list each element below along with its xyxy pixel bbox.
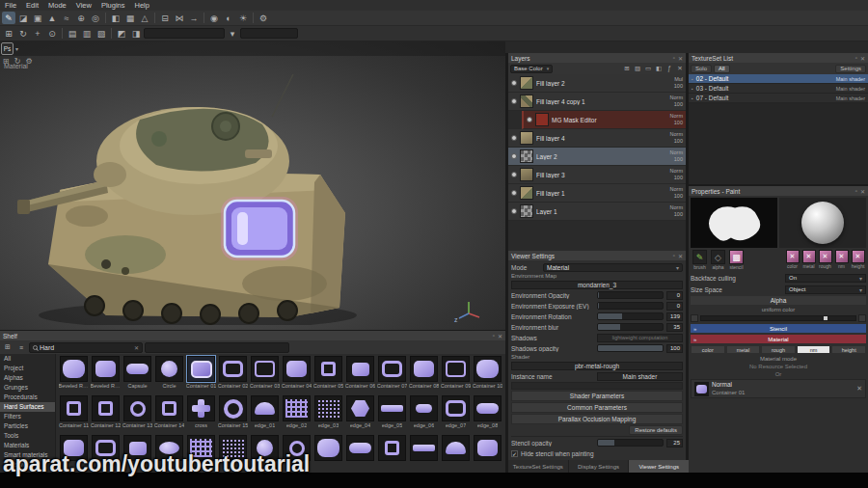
close-icon[interactable]: ✕ [860, 188, 865, 195]
shelf-search-input[interactable] [40, 344, 132, 351]
viewer-mode-select[interactable]: Material ▾ [543, 263, 683, 272]
layer-thumbnail[interactable] [520, 76, 533, 90]
toolbar-icon[interactable] [202, 12, 206, 24]
tab-display-settings[interactable]: Display Settings [569, 460, 629, 473]
dock-icon[interactable]: ▫ [855, 55, 857, 62]
setting-slider[interactable] [597, 302, 664, 310]
shelf-item[interactable]: Container 01 [185, 356, 217, 395]
layer-opacity[interactable]: 100 [674, 101, 683, 108]
snap-toggle-icon[interactable]: ▤ [66, 27, 79, 40]
alpha-section-header[interactable]: Alpha [691, 296, 866, 305]
tab-textureset-settings[interactable]: TextureSet Settings [508, 460, 568, 473]
stencil-section-header[interactable]: » Stencil [691, 324, 866, 333]
settings-section-header[interactable]: Shader Parameters [511, 391, 683, 401]
close-icon[interactable]: ✕ [498, 333, 502, 339]
shelf-item[interactable]: Container 06 [344, 356, 376, 395]
clone-tool-icon[interactable]: ⊕ [74, 12, 88, 24]
camera-icon[interactable]: ◉ [207, 12, 221, 24]
viewport-settings-icon[interactable]: ⚙ [257, 12, 270, 24]
layer-row[interactable]: Fill layer 4 Norm 100 [508, 129, 686, 148]
shelf-filter-input[interactable] [149, 344, 285, 351]
mirror-icon[interactable]: ⊟ [158, 12, 172, 24]
layer-visibility-icon[interactable] [511, 98, 517, 104]
environment-icon[interactable]: ◐ [222, 12, 235, 24]
material-channel-chip[interactable]: nm [797, 345, 831, 354]
projection-tool-icon[interactable]: ▣ [31, 12, 44, 24]
polygon-fill-tool-icon[interactable]: ▲ [45, 12, 59, 24]
material-channel-chip[interactable]: color [691, 345, 725, 354]
layer-visibility-icon[interactable] [511, 172, 517, 177]
orbit-camera-icon[interactable]: ↻ [16, 27, 30, 40]
setting-slider[interactable] [597, 291, 664, 299]
setting-value[interactable]: 0 [666, 291, 683, 300]
setting-slider[interactable] [597, 323, 664, 331]
toolbar-icon[interactable] [60, 27, 65, 40]
menu-item[interactable]: View [71, 1, 96, 10]
instance-name-value[interactable]: Main shader [597, 372, 683, 381]
environment-map-select[interactable]: mondarrien_3 [511, 281, 683, 289]
tool-toggle[interactable]: ▩ stencil [727, 250, 746, 271]
textureset-visibility-icon[interactable]: ▪ [692, 86, 693, 92]
setting-slider[interactable] [597, 312, 664, 320]
setting-value[interactable]: 35 [666, 323, 683, 332]
shelf-item[interactable] [440, 435, 472, 473]
layer-opacity[interactable]: 100 [674, 83, 683, 90]
shelf-item[interactable]: Container 03 [249, 356, 281, 395]
stencil-toggle-icon[interactable]: ◩ [115, 27, 128, 40]
clear-search-icon[interactable]: ✕ [134, 344, 139, 351]
layer-blend-mode[interactable]: Norm [670, 168, 683, 175]
toolbar-icon[interactable] [152, 12, 157, 24]
quick-mask-icon[interactable]: ◨ [129, 27, 143, 40]
smudge-tool-icon[interactable]: ≈ [60, 12, 73, 24]
shelf-item[interactable]: edge_01 [249, 395, 281, 435]
layer-opacity[interactable]: 100 [674, 175, 683, 181]
channel-select[interactable]: Base Color ▾ [510, 65, 553, 73]
shelf-item[interactable]: Beveled Rec... [90, 356, 122, 395]
tool-toggle[interactable]: ◇ alpha [709, 250, 727, 271]
toolbar-filter-input[interactable] [240, 28, 298, 39]
shelf-item[interactable]: Container 13 [122, 395, 153, 435]
shelf-item[interactable]: cross [185, 395, 217, 435]
layer-visibility-icon[interactable] [511, 153, 517, 159]
mask-icon[interactable]: ◧ [109, 12, 122, 24]
restore-defaults-button[interactable]: Restore defaults [629, 425, 683, 435]
eraser-tool-icon[interactable]: ◪ [16, 12, 30, 24]
shelf-item[interactable]: Container 07 [376, 356, 408, 395]
tool-toggle[interactable]: ✎ brush [691, 250, 709, 271]
axis-gizmo[interactable]: z [453, 299, 482, 324]
alpha-slider[interactable] [691, 314, 866, 322]
layer-thumbnail[interactable] [520, 168, 533, 181]
all-button[interactable]: All [714, 65, 730, 73]
solo-button[interactable]: Solo [691, 65, 712, 73]
shading-toggle-icon[interactable]: ▧ [95, 27, 108, 40]
toolbar-icon[interactable] [103, 12, 108, 24]
shelf-item[interactable]: edge_05 [376, 395, 408, 435]
slider-right-handle[interactable] [858, 314, 866, 322]
shelf-item[interactable]: edge_03 [312, 395, 344, 435]
layer-opacity[interactable]: 100 [674, 120, 683, 126]
hide-stencil-checkbox[interactable]: ✓ [511, 450, 518, 457]
delete-layer-icon[interactable]: ✕ [676, 65, 684, 72]
stencil-opacity-slider[interactable] [597, 439, 664, 447]
shelf-item[interactable] [344, 435, 376, 473]
textureset-visibility-icon[interactable]: ▪ [692, 76, 693, 82]
layer-thumbnail[interactable] [520, 186, 533, 200]
layer-opacity[interactable]: 100 [674, 156, 683, 163]
stencil-opacity-value[interactable]: 25 [666, 439, 683, 447]
size-space-select[interactable]: Object ▾ [785, 285, 866, 294]
layer-row[interactable]: Fill layer 2 Mul 100 [508, 74, 686, 93]
shelf-list-view-icon[interactable]: ≡ [15, 342, 27, 353]
filter-dropdown-icon[interactable]: ▾ [226, 27, 239, 40]
symmetry-icon[interactable]: ⋈ [173, 12, 186, 24]
setting-value[interactable]: 0 [666, 302, 683, 311]
tab-viewer-settings[interactable]: Viewer Settings [629, 460, 689, 473]
menu-item[interactable]: Plugins [96, 1, 130, 10]
layer-thumbnail[interactable] [520, 204, 533, 218]
dock-icon[interactable]: ▫ [493, 333, 495, 339]
remove-resource-icon[interactable]: ✕ [856, 385, 862, 393]
layer-blend-mode[interactable]: Norm [670, 186, 683, 193]
layer-row[interactable]: Fill layer 3 Norm 100 [508, 166, 686, 184]
channel-toggle[interactable]: ✕ height [850, 250, 866, 270]
layer-blend-mode[interactable]: Norm [670, 113, 683, 120]
layer-thumbnail[interactable] [520, 95, 533, 108]
